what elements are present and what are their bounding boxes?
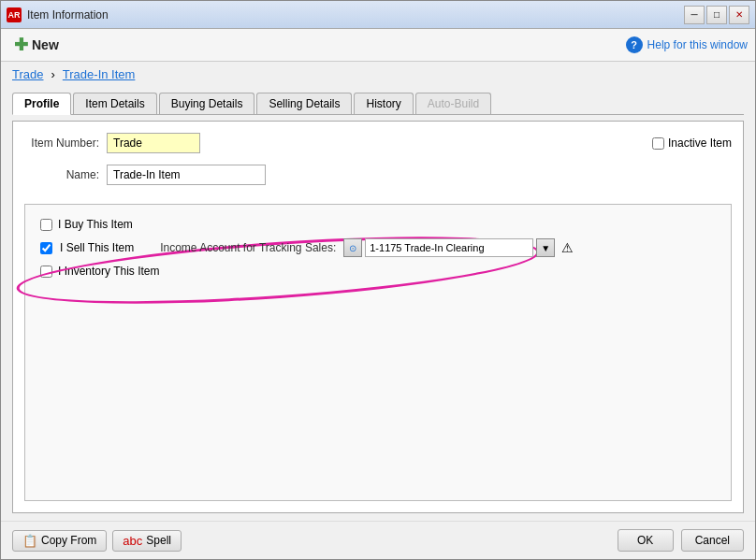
sell-checkbox-row: I Sell This Item Income Account for Trac… <box>40 238 716 257</box>
buy-label: I Buy This Item <box>58 218 133 231</box>
copy-icon: 📋 <box>22 534 37 548</box>
item-number-input[interactable] <box>107 133 200 153</box>
ok-button[interactable]: OK <box>618 529 674 552</box>
tab-buying-details[interactable]: Buying Details <box>159 93 255 114</box>
inventory-checkbox-row: I Inventory This Item <box>40 265 716 278</box>
sell-row-content: I Sell This Item Income Account for Trac… <box>40 238 716 257</box>
name-label: Name: <box>24 168 99 181</box>
maximize-button[interactable]: □ <box>706 6 727 24</box>
help-label: Help for this window <box>647 38 748 51</box>
buy-checkbox[interactable] <box>40 219 52 231</box>
spell-button[interactable]: abc Spell <box>112 530 182 552</box>
app-icon: AR <box>7 7 22 22</box>
window-title: Item Information <box>27 8 109 22</box>
breadcrumb-trade[interactable]: Trade <box>12 67 43 81</box>
income-account-label: Income Account for Tracking Sales: <box>160 241 336 254</box>
sell-label: I Sell This Item <box>60 241 134 254</box>
tab-selling-details[interactable]: Selling Details <box>256 93 352 114</box>
inventory-label: I Inventory This Item <box>58 265 160 278</box>
inactive-checkbox[interactable] <box>652 137 664 150</box>
content-area: Profile Item Details Buying Details Sell… <box>1 87 755 521</box>
help-button[interactable]: ? Help for this window <box>626 36 748 53</box>
tab-item-details[interactable]: Item Details <box>73 93 156 114</box>
tab-history[interactable]: History <box>354 93 413 114</box>
minimize-button[interactable]: ─ <box>684 6 705 24</box>
window-controls: ─ □ ✕ <box>684 6 749 24</box>
warning-icon: ⚠ <box>558 238 576 257</box>
item-number-label: Item Number: <box>24 136 99 150</box>
title-bar: AR Item Information ─ □ ✕ <box>1 1 755 29</box>
inactive-label: Inactive Item <box>668 136 732 150</box>
account-input[interactable] <box>365 238 533 257</box>
buy-checkbox-row: I Buy This Item <box>40 218 716 231</box>
new-icon: ✚ <box>14 35 28 55</box>
bottom-left-buttons: 📋 Copy From abc Spell <box>12 530 182 552</box>
inner-panel: I Buy This Item I Sell This Item Income … <box>24 204 732 501</box>
toolbar-left: ✚ New <box>8 33 65 57</box>
account-search-button[interactable]: ⊙ <box>343 238 362 257</box>
account-dropdown-button[interactable]: ▼ <box>536 238 555 257</box>
copy-from-button[interactable]: 📋 Copy From <box>12 530 107 552</box>
bottom-right-buttons: OK Cancel <box>618 529 744 552</box>
new-button[interactable]: ✚ New <box>8 33 65 57</box>
copy-from-label: Copy From <box>41 534 96 547</box>
new-label: New <box>32 37 59 52</box>
breadcrumb-separator: › <box>51 67 54 81</box>
close-button[interactable]: ✕ <box>729 6 749 24</box>
breadcrumb: Trade › Trade-In Item <box>1 62 755 87</box>
help-icon: ? <box>626 36 643 53</box>
account-input-wrap: ⊙ ▼ ⚠ <box>343 238 576 257</box>
sell-checkbox[interactable] <box>40 242 52 254</box>
toolbar: ✚ New ? Help for this window <box>1 29 755 62</box>
main-window: AR Item Information ─ □ ✕ ✚ New ? Help f… <box>0 0 756 560</box>
breadcrumb-trade-in-item[interactable]: Trade-In Item <box>63 67 136 81</box>
item-number-row: Item Number: Inactive Item <box>24 133 732 153</box>
tab-auto-build: Auto-Build <box>415 93 491 114</box>
name-input[interactable] <box>107 165 266 185</box>
inactive-checkbox-row: Inactive Item <box>652 136 732 150</box>
main-panel: Item Number: Inactive Item Name: I Buy T… <box>12 121 744 513</box>
title-bar-left: AR Item Information <box>7 7 109 22</box>
bottom-bar: 📋 Copy From abc Spell OK Cancel <box>1 521 755 559</box>
tab-profile[interactable]: Profile <box>12 93 71 115</box>
cancel-button[interactable]: Cancel <box>681 529 744 552</box>
inventory-checkbox[interactable] <box>40 266 52 278</box>
spell-icon: abc <box>123 534 142 548</box>
name-row: Name: <box>24 165 732 185</box>
spell-label: Spell <box>146 534 171 547</box>
tab-bar: Profile Item Details Buying Details Sell… <box>12 93 744 115</box>
